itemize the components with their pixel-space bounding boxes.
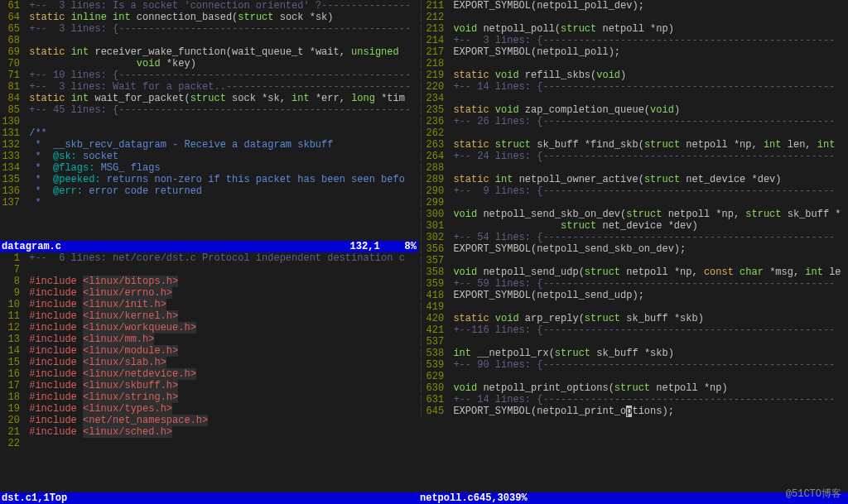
code-line[interactable]: 9 #include <linux/errno.h> [0,287,418,299]
line-number: 18 [0,391,23,403]
code-line[interactable]: |263 static struct sk_buff *find_skb(str… [418,139,848,151]
line-number: 21 [0,426,23,438]
code-line[interactable]: 10 #include <linux/init.h> [0,299,418,310]
code-line[interactable]: 14 #include <linux/module.h> [0,345,418,357]
line-number: 212 [424,12,447,23]
line-number: 20 [0,415,23,426]
buffer-netpoll[interactable]: |211 EXPORT_SYMBOL(netpoll_poll_dev);|21… [418,0,848,492]
code-line[interactable]: |359 +-- 59 lines: {--------------------… [418,278,848,290]
code-line[interactable]: |302 +-- 54 lines: {--------------------… [418,232,848,243]
code-line[interactable]: 19 #include <linux/types.h> [0,403,418,415]
code-line[interactable]: 65 +-- 3 lines: {-----------------------… [0,23,418,35]
code-line[interactable]: |537 [418,336,848,348]
code-line[interactable]: |538 int __netpoll_rx(struct sk_buff *sk… [418,348,848,359]
code-line[interactable]: |356 EXPORT_SYMBOL(netpoll_send_skb_on_d… [418,243,848,255]
code-line[interactable]: 71 +-- 10 lines: {----------------------… [0,70,418,81]
code-line[interactable]: 16 #include <linux/netdevice.h> [0,368,418,380]
code-line[interactable]: |631 +-- 14 lines: {--------------------… [418,394,848,406]
code-line[interactable]: |218 [418,58,848,70]
code-line[interactable]: |630 void netpoll_print_options(struct n… [418,382,848,394]
code-line[interactable]: |539 +-- 90 lines: {--------------------… [418,359,848,371]
code-line[interactable]: 17 #include <linux/skbuff.h> [0,380,418,391]
code-line[interactable]: |645 EXPORT_SYMBOL(netpoll_print_options… [418,406,848,417]
code-line[interactable]: |290 +-- 9 lines: {---------------------… [418,185,848,197]
line-number: 130 [0,116,23,127]
line-content: +-- 54 lines: {-------------------------… [447,232,848,243]
line-content: /** [23,127,418,139]
line-number: 263 [424,139,447,151]
code-line[interactable]: 64 static inline int connection_based(st… [0,12,418,23]
line-number: 65 [0,23,23,35]
line-content: +-- 3 lines: {--------------------------… [447,35,848,46]
bottom-status-row: dst.c 1,1 Top netpoll.c 645,30 39% [0,492,848,504]
line-number: 81 [0,81,23,93]
line-number: 234 [424,93,447,104]
code-line[interactable]: 68 [0,35,418,46]
line-content: +--116 lines: {-------------------------… [447,324,848,336]
code-line[interactable]: 137 * [0,197,418,209]
code-line[interactable]: 70 void *key) [0,58,418,70]
line-number: 69 [0,46,23,58]
code-line[interactable]: 1 +-- 6 lines: net/core/dst.c Protocol i… [0,252,418,264]
line-content: +-- 14 lines: {-------------------------… [447,81,848,93]
code-line[interactable]: 22 [0,438,418,449]
code-line[interactable]: 69 static int receiver_wake_function(wai… [0,46,418,58]
code-line[interactable]: |420 static void arp_reply(struct sk_buf… [418,313,848,324]
line-content [447,127,848,139]
line-number: 84 [0,93,23,104]
code-line[interactable]: |629 [418,371,848,382]
line-content [23,264,418,276]
code-line[interactable]: |300 void netpoll_send_skb_on_dev(struct… [418,209,848,220]
code-line[interactable]: 18 #include <linux/string.h> [0,391,418,403]
code-line[interactable]: 21 #include <linux/sched.h> [0,426,418,438]
code-line[interactable]: |217 EXPORT_SYMBOL(netpoll_poll); [418,46,848,58]
code-line[interactable]: 12 #include <linux/workqueue.h> [0,322,418,334]
line-number: 262 [424,127,447,139]
code-line[interactable]: |213 void netpoll_poll(struct netpoll *n… [418,23,848,35]
code-line[interactable]: 135 * @peeked: returns non-zero if this … [0,174,418,185]
code-line[interactable]: |235 static void zap_completion_queue(vo… [418,104,848,116]
code-line[interactable]: 20 #include <net/net_namespace.h> [0,415,418,426]
code-line[interactable]: |264 +-- 24 lines: {--------------------… [418,151,848,162]
code-line[interactable]: 132 * __skb_recv_datagram - Receive a da… [0,139,418,151]
code-line[interactable]: |220 +-- 14 lines: {--------------------… [418,81,848,93]
code-line[interactable]: |211 EXPORT_SYMBOL(netpoll_poll_dev); [418,0,848,12]
code-line[interactable]: |358 void netpoll_send_udp(struct netpol… [418,266,848,278]
code-line[interactable]: |301 struct net_device *dev) [418,220,848,232]
line-content: void netpoll_print_options(struct netpol… [447,382,848,394]
line-content: static void refill_skbs(void) [447,70,848,81]
code-line[interactable]: 136 * @err: error code returned [0,185,418,197]
code-line[interactable]: 8 #include <linux/bitops.h> [0,276,418,287]
line-content: #include <linux/module.h> [23,345,418,357]
code-line[interactable]: 13 #include <linux/mm.h> [0,334,418,345]
code-line[interactable]: |418 EXPORT_SYMBOL(netpoll_send_udp); [418,290,848,301]
code-line[interactable]: |357 [418,255,848,266]
code-line[interactable]: 131 /** [0,127,418,139]
code-line[interactable]: |419 [418,301,848,313]
code-line[interactable]: 133 * @sk: socket [0,151,418,162]
code-line[interactable]: |236 +-- 26 lines: {--------------------… [418,116,848,127]
code-line[interactable]: |299 [418,197,848,209]
code-line[interactable]: 130 [0,116,418,127]
code-line[interactable]: |289 static int netpoll_owner_active(str… [418,174,848,185]
code-line[interactable]: 11 #include <linux/kernel.h> [0,310,418,322]
code-line[interactable]: 134 * @flags: MSG_ flags [0,162,418,174]
code-line[interactable]: |288 [418,162,848,174]
code-line[interactable]: |219 static void refill_skbs(void) [418,70,848,81]
code-line[interactable]: 85 +-- 45 lines: {----------------------… [0,104,418,116]
code-line[interactable]: 61 +-- 3 lines: Is a socket 'connection … [0,0,418,12]
code-line[interactable]: 15 #include <linux/slab.h> [0,357,418,368]
buffer-datagram[interactable]: 61 +-- 3 lines: Is a socket 'connection … [0,0,418,241]
code-line[interactable]: |212 [418,12,848,23]
code-line[interactable]: 81 +-- 3 lines: Wait for a packet..-----… [0,81,418,93]
buffer-dst[interactable]: 1 +-- 6 lines: net/core/dst.c Protocol i… [0,252,418,493]
line-number: 537 [424,336,447,348]
code-line[interactable]: |262 [418,127,848,139]
line-content [447,58,848,70]
code-line[interactable]: 84 static int wait_for_packet(struct soc… [0,93,418,104]
code-line[interactable]: 7 [0,264,418,276]
line-number: 213 [424,23,447,35]
code-line[interactable]: |234 [418,93,848,104]
code-line[interactable]: |214 +-- 3 lines: {---------------------… [418,35,848,46]
code-line[interactable]: |421 +--116 lines: {--------------------… [418,324,848,336]
